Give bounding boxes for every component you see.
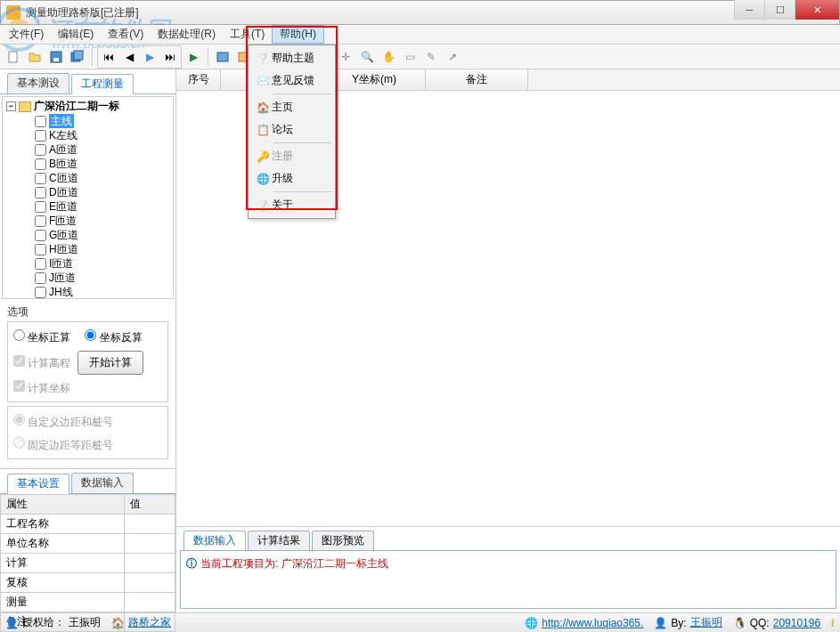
tree-item-12[interactable]: JH线 xyxy=(35,285,169,299)
help-topics-item[interactable]: ❔帮助主题 xyxy=(250,47,333,69)
left-panel: 基本测设 工程测量 − 广深沿江二期一标 主线 K左线 A匝道 B匝道 C匝道 … xyxy=(0,69,176,612)
tree-item-0[interactable]: 主线 xyxy=(35,114,169,128)
help-upgrade-item[interactable]: 🌐升级 xyxy=(250,167,333,190)
chk-elevation[interactable]: 计算高程 xyxy=(13,355,70,371)
project-tree[interactable]: − 广深沿江二期一标 主线 K左线 A匝道 B匝道 C匝道 D匝道 E匝道 F匝… xyxy=(2,96,174,299)
menu-data[interactable]: 数据处理(R) xyxy=(151,25,223,44)
rb-tab-result[interactable]: 计算结果 xyxy=(248,531,310,550)
help-home-item[interactable]: 🏠主页 xyxy=(250,96,333,118)
prop-value-cell[interactable] xyxy=(125,534,175,554)
prop-row[interactable]: 计算 xyxy=(1,554,175,573)
status-run[interactable]: ℓ xyxy=(831,617,835,629)
tree-checkbox[interactable] xyxy=(35,287,46,298)
prop-value-cell[interactable] xyxy=(125,593,175,612)
tree-item-4[interactable]: C匝道 xyxy=(35,171,169,185)
maximize-button[interactable]: ☐ xyxy=(764,0,795,20)
tb-open-icon[interactable] xyxy=(25,47,45,67)
tree-checkbox[interactable] xyxy=(35,144,46,156)
calculate-button[interactable]: 开始计算 xyxy=(77,351,143,375)
tree-item-1[interactable]: K左线 xyxy=(35,128,169,142)
tab-project-survey[interactable]: 工程测量 xyxy=(71,74,134,94)
tree-checkbox[interactable] xyxy=(35,130,46,142)
tb-last-icon[interactable]: ⏭ xyxy=(160,47,180,67)
prop-row[interactable]: 测量 xyxy=(1,593,175,612)
tree-item-6[interactable]: E匝道 xyxy=(35,199,169,214)
menu-tools[interactable]: 工具(T) xyxy=(223,25,272,44)
status-home[interactable]: 🏠 路桥之家 xyxy=(111,615,171,630)
tb-save-icon[interactable] xyxy=(46,47,66,67)
status-by-name[interactable]: 王振明 xyxy=(690,615,722,630)
tb-play-icon[interactable]: ▶ xyxy=(183,47,203,67)
tab-basic-settings[interactable]: 基本设置 xyxy=(7,474,69,494)
rb-tab-input[interactable]: 数据输入 xyxy=(183,531,246,550)
tree-checkbox[interactable] xyxy=(35,272,46,284)
menu-view[interactable]: 查看(V) xyxy=(101,25,151,44)
tb-new-icon[interactable] xyxy=(4,47,23,67)
col-y[interactable]: Y坐标(m) xyxy=(323,69,426,90)
tb-next-icon[interactable]: ▶ xyxy=(140,47,159,67)
radio-forward[interactable]: 坐标正算 xyxy=(13,329,70,345)
tree-item-3[interactable]: B匝道 xyxy=(35,157,169,171)
tree-item-8[interactable]: G匝道 xyxy=(35,228,169,242)
prop-value-cell[interactable] xyxy=(125,554,175,573)
help-feedback-item[interactable]: ✉️意见反馈 xyxy=(250,69,333,92)
tb-saveall-icon[interactable] xyxy=(68,47,87,67)
radio-custom[interactable]: 自定义边距和桩号 xyxy=(13,414,162,430)
radio-fixed[interactable]: 固定边距等距桩号 xyxy=(13,437,162,453)
options-panel: 选项 坐标正算 坐标反算 计算高程 开始计算 计算坐标 自定义边距和桩号 固定边… xyxy=(2,303,174,466)
tree-checkbox[interactable] xyxy=(35,158,46,170)
prop-row[interactable]: 单位名称 xyxy=(1,534,175,554)
radio-inverse[interactable]: 坐标反算 xyxy=(85,329,142,345)
collapse-icon[interactable]: − xyxy=(6,101,16,111)
prop-row[interactable]: 工程名称 xyxy=(1,515,175,534)
tree-checkbox[interactable] xyxy=(35,244,46,255)
tree-item-7[interactable]: F匝道 xyxy=(35,214,169,228)
tree-item-10[interactable]: I匝道 xyxy=(35,256,169,271)
chk-coord[interactable]: 计算坐标 xyxy=(13,382,70,394)
rb-tab-preview[interactable]: 图形预览 xyxy=(312,531,374,550)
tree-checkbox[interactable] xyxy=(35,187,46,199)
menu-help[interactable]: 帮助(H) xyxy=(272,25,324,44)
tb-fit-icon[interactable]: ▭ xyxy=(400,47,420,67)
tree-checkbox[interactable] xyxy=(35,173,46,184)
close-button[interactable]: ✕ xyxy=(795,0,839,20)
help-about-item[interactable]: ❔关于 xyxy=(250,194,333,216)
tb-first-icon[interactable]: ⏮ xyxy=(99,47,118,67)
tb-prev-icon[interactable]: ◀ xyxy=(119,47,139,67)
tb-pen-icon[interactable]: ✎ xyxy=(421,47,441,67)
col-note[interactable]: 备注 xyxy=(426,69,528,90)
col-seq[interactable]: 序号 xyxy=(176,69,221,90)
status-qq[interactable]: 🐧 QQ: 20910196 xyxy=(733,617,820,629)
tree-checkbox[interactable] xyxy=(35,215,46,227)
tree-item-11[interactable]: J匝道 xyxy=(35,271,169,285)
tree-checkbox[interactable] xyxy=(35,201,46,213)
tb-zoom-icon[interactable]: 🔍 xyxy=(357,47,377,67)
menu-file[interactable]: 文件(F) xyxy=(2,25,51,44)
tab-basic-survey[interactable]: 基本测设 xyxy=(7,73,69,93)
tree-checkbox[interactable] xyxy=(35,230,46,241)
tree-item-9[interactable]: H匝道 xyxy=(35,242,169,256)
tab-data-input[interactable]: 数据输入 xyxy=(71,473,134,493)
minimize-button[interactable]: ─ xyxy=(734,0,764,20)
radio-forward-input[interactable] xyxy=(13,329,25,341)
tree-item-5[interactable]: D匝道 xyxy=(35,185,169,199)
tree-checkbox[interactable] xyxy=(35,116,46,127)
radio-inverse-input[interactable] xyxy=(85,329,96,341)
prop-row[interactable]: 复核 xyxy=(1,573,175,593)
statusbar: 👤 授权给： 王振明 🏠 路桥之家 🌐 http://www.luqiao365… xyxy=(0,612,840,632)
calculate-button-label: 开始计算 xyxy=(89,356,132,369)
menu-edit[interactable]: 编辑(E) xyxy=(51,25,101,44)
tb-window1-icon[interactable] xyxy=(213,47,232,67)
tb-target-icon[interactable]: ✛ xyxy=(336,47,355,67)
help-dropdown: ❔帮助主题 ✉️意见反馈 🏠主页 📋论坛 🔑注册 🌐升级 ❔关于 xyxy=(248,45,336,219)
tree-item-2[interactable]: A匝道 xyxy=(35,142,169,157)
prop-value-cell[interactable] xyxy=(125,573,175,593)
tb-hand-icon[interactable]: ✋ xyxy=(379,47,398,67)
tree-checkbox[interactable] xyxy=(35,258,46,270)
status-url[interactable]: 🌐 http://www.luqiao365. xyxy=(525,617,643,629)
help-forum-item[interactable]: 📋论坛 xyxy=(250,118,333,141)
help-register-item[interactable]: 🔑注册 xyxy=(250,145,333,167)
tb-arrow-icon[interactable]: ↗ xyxy=(443,47,462,67)
tree-root[interactable]: − 广深沿江二期一标 xyxy=(6,99,169,114)
prop-value-cell[interactable] xyxy=(125,515,175,534)
